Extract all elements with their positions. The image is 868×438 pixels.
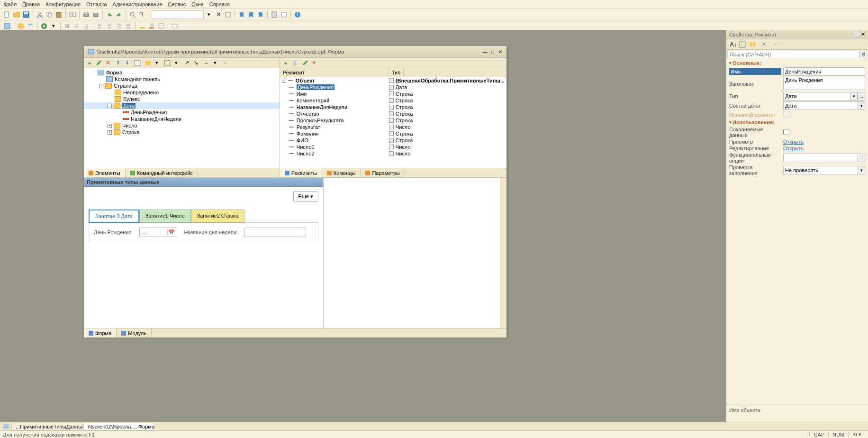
bold-icon[interactable]: Ж bbox=[63, 22, 72, 30]
tree-toggle-icon[interactable]: + bbox=[108, 124, 112, 128]
requisite-row[interactable]: ОтчествоСтрока bbox=[280, 110, 506, 117]
collapse-icon[interactable]: ↘ bbox=[192, 59, 199, 67]
requisite-row[interactable]: ФамилияСтрока bbox=[280, 130, 506, 137]
prop-funcopt-more-icon[interactable]: ... bbox=[858, 154, 865, 162]
menu-service[interactable]: Сервис bbox=[168, 1, 186, 7]
menu-admin[interactable]: Администрирование bbox=[113, 1, 163, 7]
dayname-input[interactable] bbox=[244, 228, 306, 237]
preview-tab[interactable]: Занятие1 Число bbox=[139, 210, 191, 223]
close-icon[interactable]: ✕ bbox=[497, 48, 504, 55]
props-close-icon[interactable]: ✕ bbox=[861, 31, 865, 37]
more-button[interactable]: Еще ▾ bbox=[293, 191, 318, 202]
tree-item[interactable]: +Строка bbox=[84, 129, 280, 136]
tree-item[interactable]: НазваниеДняНедели bbox=[84, 116, 280, 122]
prop-funcopt-input[interactable] bbox=[783, 154, 858, 162]
preview-tab[interactable]: Занятие 3 Дата bbox=[89, 210, 139, 223]
config-tree-icon[interactable] bbox=[3, 22, 11, 30]
tree-toggle-icon[interactable]: - bbox=[99, 84, 103, 88]
footer-tab-Модуль[interactable]: Модуль bbox=[117, 328, 152, 338]
calendar-picker-icon[interactable]: 📅 bbox=[167, 229, 175, 236]
section-main[interactable]: Основные: bbox=[727, 59, 867, 67]
align-justify-icon[interactable] bbox=[124, 22, 133, 30]
bookmark-prev-icon[interactable] bbox=[256, 10, 265, 19]
props-clear-icon[interactable]: ✕ bbox=[760, 40, 768, 49]
footer-tab-Форма[interactable]: Форма bbox=[84, 328, 117, 338]
bookmark-next-icon[interactable] bbox=[247, 10, 255, 19]
find-icon[interactable] bbox=[128, 10, 137, 19]
tree-toggle-icon[interactable]: - bbox=[108, 104, 112, 108]
requisite-row[interactable]: ИмяСтрока bbox=[280, 91, 506, 97]
underline-icon[interactable]: Ч bbox=[82, 22, 90, 30]
prop-saved-checkbox[interactable] bbox=[783, 129, 789, 135]
minimize-icon[interactable]: — bbox=[482, 48, 488, 55]
redo-icon[interactable] bbox=[115, 10, 123, 19]
tree-item[interactable]: Командная панель bbox=[84, 76, 280, 82]
filter-icon[interactable] bbox=[748, 40, 757, 49]
prop-type-dropdown-icon[interactable]: ▾ bbox=[850, 92, 858, 100]
print-icon[interactable] bbox=[82, 10, 90, 19]
new-icon[interactable] bbox=[3, 10, 11, 19]
preview-tab[interactable]: Занятие2 Строка bbox=[191, 210, 245, 223]
requisite-row[interactable]: -Объект(ВнешняяОбработка.ПримитивныеТипы… bbox=[280, 77, 506, 84]
tree-toggle-icon[interactable]: + bbox=[108, 130, 112, 135]
req-header-type[interactable]: Тип bbox=[389, 68, 404, 77]
requisite-row[interactable]: НазваниеДняНеделиСтрока bbox=[280, 104, 506, 110]
find-next-icon[interactable] bbox=[138, 10, 146, 19]
check-icon[interactable]: ✓ bbox=[222, 59, 229, 67]
search-dropdown-icon[interactable]: ▾ bbox=[205, 10, 213, 19]
requisite-row[interactable]: ФИОСтрока bbox=[280, 137, 506, 144]
print-preview-icon[interactable] bbox=[91, 10, 100, 19]
elements-tree[interactable]: ФормаКомандная панель-СтраницаНеопределе… bbox=[84, 68, 280, 168]
resize-dd-icon[interactable]: ▾ bbox=[211, 59, 219, 67]
req-addcol-icon[interactable] bbox=[291, 59, 298, 67]
birthdate-input[interactable]: . . 📅 bbox=[139, 228, 177, 237]
prop-fillcheck-dropdown-icon[interactable]: ▾ bbox=[858, 166, 865, 174]
requisite-row[interactable]: Число1Число bbox=[280, 144, 506, 150]
prop-datecomp-dropdown-icon[interactable]: ▾ bbox=[858, 101, 865, 110]
properties-search-clear-icon[interactable]: ✕ bbox=[859, 51, 867, 58]
cell-icon[interactable] bbox=[171, 22, 179, 30]
undo-icon[interactable] bbox=[105, 10, 114, 19]
tab-Реквизиты[interactable]: Реквизиты bbox=[280, 168, 322, 177]
requisite-row[interactable]: РезультатЧисло bbox=[280, 124, 506, 130]
db-save-icon[interactable] bbox=[26, 22, 35, 30]
req-add-icon[interactable]: ● bbox=[282, 59, 289, 67]
tab-Параметры[interactable]: Параметры bbox=[361, 168, 405, 177]
textcolor-icon[interactable]: A bbox=[147, 22, 156, 30]
properties-search-input[interactable] bbox=[727, 51, 859, 58]
run-dropdown-icon[interactable]: ▾ bbox=[49, 22, 58, 30]
search-clear-icon[interactable]: ✕ bbox=[214, 10, 223, 19]
help-icon[interactable]: i bbox=[293, 10, 302, 19]
prop-edit-link[interactable]: Открыть bbox=[783, 146, 804, 151]
taskbar-item[interactable]: ...ПримитивныеТипыДанны... bbox=[11, 423, 82, 430]
req-edit-icon[interactable] bbox=[301, 59, 309, 67]
tree-item[interactable]: ДеньРождения bbox=[84, 109, 280, 116]
req-toggle-icon[interactable]: - bbox=[282, 79, 286, 83]
align-right-icon[interactable] bbox=[115, 22, 123, 30]
add-icon[interactable]: ● bbox=[86, 59, 93, 67]
prop-view-link[interactable]: Открыть bbox=[783, 139, 804, 145]
props-apply-icon[interactable]: ✓ bbox=[771, 40, 779, 49]
view-icon[interactable] bbox=[144, 59, 152, 67]
menu-edit[interactable]: Правка bbox=[22, 1, 40, 7]
prop-name-input[interactable] bbox=[783, 67, 865, 76]
resize-icon[interactable]: ↔ bbox=[202, 59, 210, 67]
menu-file[interactable]: Файл bbox=[4, 1, 17, 7]
requisite-row[interactable]: КомментарийСтрока bbox=[280, 97, 506, 104]
sort-az-icon[interactable]: А↓ bbox=[728, 40, 737, 49]
align-center-icon[interactable] bbox=[105, 22, 114, 30]
delete-icon[interactable]: ✕ bbox=[104, 59, 111, 67]
tree-item[interactable]: +Число bbox=[84, 122, 280, 129]
calendar-icon[interactable] bbox=[280, 10, 288, 19]
bgcolor-icon[interactable] bbox=[138, 22, 146, 30]
edit-icon[interactable] bbox=[95, 59, 102, 67]
props-icon[interactable] bbox=[134, 59, 141, 67]
copy-icon[interactable] bbox=[45, 10, 54, 19]
taskbar-item[interactable]: \\tsclient\Z\Яросла...: Форма bbox=[83, 423, 154, 430]
menu-windows[interactable]: Окна bbox=[191, 1, 204, 7]
section-usage[interactable]: Использование: bbox=[727, 119, 867, 126]
tab-Командный интерфейс[interactable]: Командный интерфейс bbox=[126, 168, 198, 177]
db-icon[interactable] bbox=[17, 22, 25, 30]
prop-type-input[interactable] bbox=[783, 92, 850, 100]
run-icon[interactable] bbox=[40, 22, 48, 30]
